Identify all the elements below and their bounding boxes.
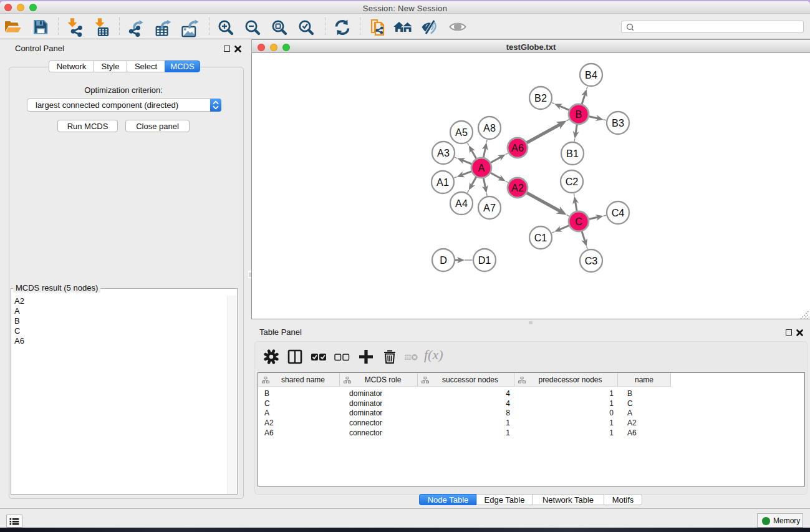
- svg-text:C: C: [575, 216, 582, 227]
- svg-text:A6: A6: [511, 142, 524, 153]
- svg-text:B: B: [576, 109, 582, 120]
- svg-text:C2: C2: [566, 176, 579, 187]
- svg-text:D1: D1: [478, 254, 491, 266]
- svg-text:A1: A1: [436, 177, 449, 188]
- svg-text:B2: B2: [534, 92, 547, 104]
- svg-text:B4: B4: [585, 69, 597, 80]
- svg-text:C3: C3: [585, 255, 598, 266]
- svg-text:A: A: [478, 162, 485, 173]
- svg-text:B3: B3: [612, 117, 624, 128]
- svg-text:A4: A4: [455, 198, 468, 209]
- svg-text:A2: A2: [511, 182, 524, 193]
- svg-text:C4: C4: [612, 207, 625, 218]
- svg-text:A5: A5: [455, 127, 468, 138]
- svg-text:A3: A3: [437, 147, 450, 158]
- svg-text:C1: C1: [534, 232, 547, 243]
- svg-text:B1: B1: [566, 148, 579, 159]
- svg-text:A8: A8: [483, 122, 496, 133]
- svg-text:A7: A7: [483, 202, 496, 213]
- svg-text:D: D: [440, 254, 447, 266]
